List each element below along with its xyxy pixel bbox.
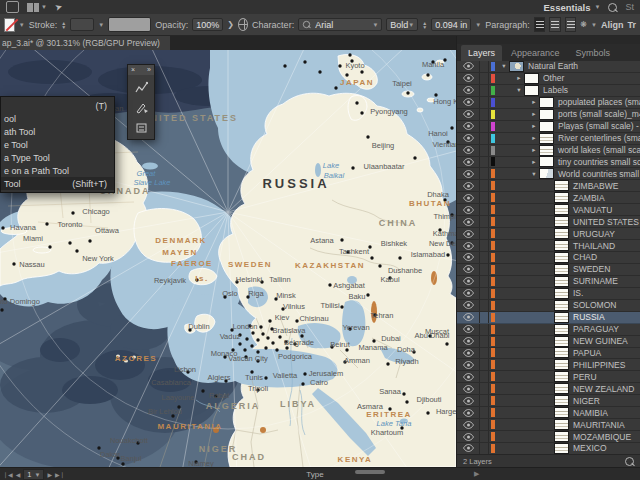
layer-thumbnail[interactable] xyxy=(554,180,569,191)
layer-thumbnail[interactable] xyxy=(554,324,569,335)
eye-icon[interactable] xyxy=(457,61,480,72)
layer-row[interactable]: MOZAMBIQUE xyxy=(457,431,640,443)
layer-row[interactable]: ▸ports (small scale)_m4cc_visFalse xyxy=(457,109,640,121)
eye-icon[interactable] xyxy=(457,192,480,203)
lock-cell[interactable] xyxy=(480,348,489,359)
layer-row[interactable]: PAPUA xyxy=(457,348,640,360)
curve-path-tool-icon[interactable] xyxy=(133,79,149,95)
document-setup-globe-icon[interactable] xyxy=(238,18,248,31)
fill-stroke-indicator[interactable] xyxy=(4,18,15,32)
next-artboard-icon[interactable]: ▶ xyxy=(47,471,52,478)
lock-cell[interactable] xyxy=(480,336,489,347)
eye-icon[interactable] xyxy=(457,121,480,132)
opacity-field[interactable]: 100% xyxy=(192,18,223,31)
layer-row[interactable]: UNITED STATES xyxy=(457,216,640,228)
eye-icon[interactable] xyxy=(457,145,480,156)
layer-thumbnail[interactable] xyxy=(539,168,554,179)
expand-arrow[interactable]: ▸ xyxy=(529,98,539,106)
eye-icon[interactable] xyxy=(457,407,480,418)
lock-cell[interactable] xyxy=(480,407,489,418)
layer-row[interactable]: ▸River centerlines (small scale) - De xyxy=(457,133,640,145)
layer-row[interactable]: URUGUAY xyxy=(457,228,640,240)
eye-icon[interactable] xyxy=(457,216,480,227)
eye-icon[interactable] xyxy=(457,168,480,179)
workspace-switcher[interactable]: Essentials ▼ xyxy=(544,2,601,13)
collapse-icon[interactable]: » xyxy=(147,65,151,75)
layer-thumbnail[interactable] xyxy=(554,419,569,430)
layer-thumbnail[interactable] xyxy=(539,109,554,120)
layer-thumbnail[interactable] xyxy=(509,61,524,72)
close-icon[interactable]: × xyxy=(131,65,135,75)
layer-row[interactable]: PERU xyxy=(457,371,640,383)
layer-row[interactable]: SWEDEN xyxy=(457,264,640,276)
eye-icon[interactable] xyxy=(457,85,480,96)
lock-cell[interactable] xyxy=(480,61,489,72)
align-left-button[interactable] xyxy=(534,17,546,32)
lock-cell[interactable] xyxy=(480,121,489,132)
eye-icon[interactable] xyxy=(457,359,480,370)
layer-thumbnail[interactable] xyxy=(554,216,569,227)
transform-panel-link[interactable]: Tr xyxy=(627,20,636,30)
layer-thumbnail[interactable] xyxy=(554,431,569,442)
eye-icon[interactable] xyxy=(457,252,480,263)
lock-cell[interactable] xyxy=(480,371,489,382)
eye-icon[interactable] xyxy=(457,157,480,168)
layer-row[interactable]: NEW GUINEA xyxy=(457,336,640,348)
layer-row[interactable]: MAURITANIA xyxy=(457,419,640,431)
eye-icon[interactable] xyxy=(457,395,480,406)
expand-arrow[interactable]: ▸ xyxy=(529,134,539,142)
expand-arrow[interactable]: ▸ xyxy=(529,146,539,154)
lock-cell[interactable] xyxy=(480,300,489,311)
menu-item[interactable]: a Type Tool xyxy=(1,151,114,164)
layer-row[interactable]: ▾World countries small scale (witho xyxy=(457,168,640,180)
home-icon[interactable] xyxy=(6,1,19,13)
pen-cursor-tool-icon[interactable] xyxy=(133,99,149,115)
layer-row[interactable]: ▸populated places (small scale) - D xyxy=(457,97,640,109)
lock-cell[interactable] xyxy=(480,324,489,335)
search-layers-icon[interactable] xyxy=(625,457,634,466)
layer-row[interactable]: RUSSIA xyxy=(457,312,640,324)
stroke-weight-stepper[interactable]: ▲▼ xyxy=(61,21,66,29)
layer-thumbnail[interactable] xyxy=(554,228,569,239)
layer-thumbnail[interactable] xyxy=(554,371,569,382)
document-tab[interactable]: ap_3.ai* @ 301.31% (RGB/GPU Preview) xyxy=(0,36,170,50)
layer-row[interactable]: ▾Labels xyxy=(457,85,640,97)
font-size-stepper[interactable]: ▲▼ xyxy=(422,21,427,29)
layer-row[interactable]: SOLOMON xyxy=(457,300,640,312)
lock-cell[interactable] xyxy=(480,85,489,96)
eye-icon[interactable] xyxy=(457,133,480,144)
layer-row[interactable]: ▸world lakes (small scale) - Default xyxy=(457,145,640,157)
menu-item[interactable]: Tool(Shift+T) xyxy=(1,177,114,190)
lock-cell[interactable] xyxy=(480,204,489,215)
layer-thumbnail[interactable] xyxy=(539,145,554,156)
layer-thumbnail[interactable] xyxy=(524,85,539,96)
eye-icon[interactable] xyxy=(457,324,480,335)
eye-icon[interactable] xyxy=(457,288,480,299)
lock-cell[interactable] xyxy=(480,252,489,263)
layer-thumbnail[interactable] xyxy=(554,192,569,203)
layer-row[interactable]: ▸tiny countries small scale (points) xyxy=(457,157,640,169)
eye-icon[interactable] xyxy=(457,204,480,215)
first-artboard-icon[interactable]: ❘◀ xyxy=(3,471,13,478)
lock-cell[interactable] xyxy=(480,228,489,239)
lock-cell[interactable] xyxy=(480,443,489,454)
lock-cell[interactable] xyxy=(480,240,489,251)
eye-icon[interactable] xyxy=(457,180,480,191)
layer-row[interactable]: PHILIPPINES xyxy=(457,359,640,371)
layer-row[interactable]: NIGER xyxy=(457,395,640,407)
layer-row[interactable]: IS. xyxy=(457,288,640,300)
lock-cell[interactable] xyxy=(480,312,489,323)
floating-panel-titlebar[interactable]: × » xyxy=(128,65,154,75)
eye-icon[interactable] xyxy=(457,264,480,275)
lock-cell[interactable] xyxy=(480,157,489,168)
layer-thumbnail[interactable] xyxy=(554,264,569,275)
eye-icon[interactable] xyxy=(457,336,480,347)
layer-thumbnail[interactable] xyxy=(554,204,569,215)
layer-thumbnail[interactable] xyxy=(554,347,569,358)
layer-thumbnail[interactable] xyxy=(539,97,554,108)
expand-arrow[interactable]: ▾ xyxy=(514,86,524,94)
align-right-button[interactable] xyxy=(565,17,577,32)
layer-row[interactable]: NEW ZEALAND xyxy=(457,383,640,395)
layer-thumbnail[interactable] xyxy=(554,359,569,370)
prev-artboard-icon[interactable]: ◀ xyxy=(16,471,21,478)
